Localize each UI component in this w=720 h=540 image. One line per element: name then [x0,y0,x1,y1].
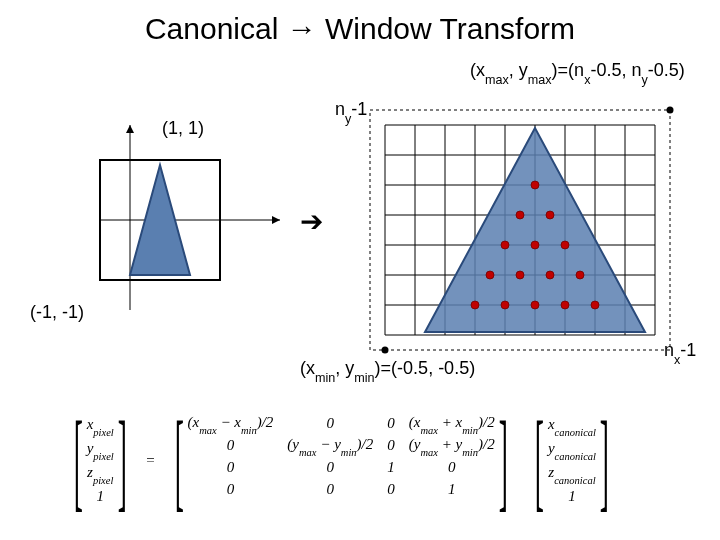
label-xmin-ymin: (xmin, ymin)=(-0.5, -0.5) [300,358,475,382]
matrix-equation: [ xpixel ypixel zpixel 1 ] = [ (xmax − x… [60,400,660,520]
svg-point-37 [501,301,509,309]
lhs-vector: xpixel ypixel zpixel 1 [87,413,114,508]
bracket-icon: ] [117,419,126,502]
bracket-icon: ] [600,419,609,502]
label-neg-one-neg-one: (-1, -1) [30,302,84,323]
bracket-icon: [ [74,419,83,502]
svg-point-38 [531,301,539,309]
svg-point-29 [501,241,509,249]
svg-point-40 [591,301,599,309]
label-xmax-ymax: (xmax, ymax)=(nx-0.5, ny-0.5) [470,60,685,84]
svg-marker-3 [126,125,134,133]
svg-point-30 [531,241,539,249]
svg-point-35 [576,271,584,279]
title-pre: Canonical [145,12,287,45]
svg-point-26 [531,181,539,189]
svg-point-36 [471,301,479,309]
svg-marker-1 [272,216,280,224]
bracket-icon: [ [535,419,544,502]
bracket-icon: ] [498,419,507,502]
bracket-icon: [ [175,419,184,502]
transform-arrow-icon: ➔ [300,205,323,238]
canonical-figure [80,120,290,320]
svg-point-39 [561,301,569,309]
label-ny-1: ny-1 [335,99,367,123]
svg-point-42 [382,347,389,354]
equals-sign: = [146,452,154,469]
svg-point-27 [516,211,524,219]
svg-point-34 [546,271,554,279]
svg-point-31 [561,241,569,249]
page-title: Canonical → Window Transform [0,12,720,46]
label-nx-1: nx-1 [664,340,696,364]
svg-point-28 [546,211,554,219]
svg-point-33 [516,271,524,279]
label-one-one: (1, 1) [162,118,204,139]
title-arrow: → [287,12,317,45]
svg-point-41 [667,107,674,114]
window-figure [350,90,690,370]
svg-point-32 [486,271,494,279]
transform-matrix: (xmax − xmin)/200(xmax + xmin)/2 0(ymax … [187,413,494,508]
title-post: Window Transform [317,12,575,45]
rhs-vector: xcanonical ycanonical zcanonical 1 [548,413,596,508]
